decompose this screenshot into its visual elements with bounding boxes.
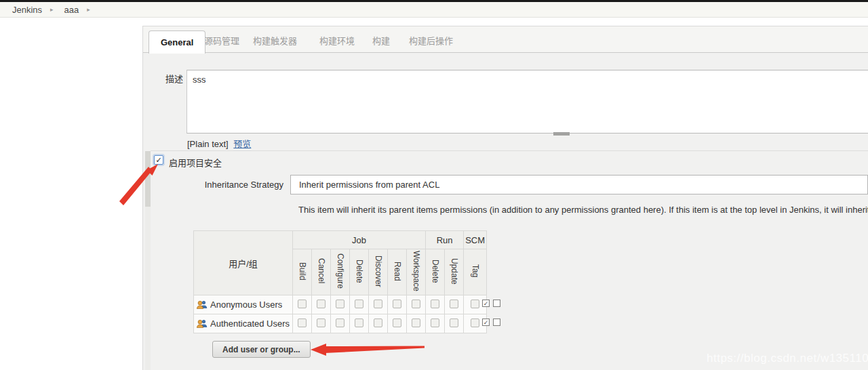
group-header-run: Run xyxy=(426,231,464,249)
user-group-icon xyxy=(197,300,208,309)
permission-cell xyxy=(331,314,350,333)
group-header-scm: SCM xyxy=(464,231,487,249)
tab-build[interactable]: 构建 xyxy=(372,34,390,47)
textarea-resize-handle[interactable] xyxy=(553,132,570,136)
perm-header-run-delete: Delete xyxy=(426,249,445,295)
matrix-group-header-row: 用户/组 Job Run SCM xyxy=(194,231,487,249)
inner-scrollbar[interactable] xyxy=(145,151,151,370)
permission-checkbox-job-discover[interactable] xyxy=(374,300,382,308)
permission-checkbox-job-read[interactable] xyxy=(393,318,401,327)
permission-checkbox-job-build[interactable] xyxy=(298,318,307,327)
inheritance-strategy-label: Inheritance Strategy xyxy=(197,180,283,190)
tab-general[interactable]: General xyxy=(149,30,205,54)
permission-checkbox-run-delete[interactable] xyxy=(431,300,439,308)
config-tabbar: General 源码管理 构建触发器 构建环境 构建 构建后操作 xyxy=(143,26,868,53)
permission-cell xyxy=(445,314,464,333)
permission-cell xyxy=(388,295,407,314)
user-cell: Anonymous Users xyxy=(194,295,293,314)
permission-checkbox-scm-tag[interactable] xyxy=(471,300,479,308)
preview-link[interactable]: 预览 xyxy=(233,139,251,149)
enable-project-security-checkbox[interactable]: ✓ xyxy=(154,155,163,165)
user-cell: Authenticated Users xyxy=(194,314,293,333)
permission-cell xyxy=(426,295,445,314)
perm-header-job-configure: Configure xyxy=(331,249,350,295)
deselect-all-icon[interactable] xyxy=(493,300,500,307)
permission-cell xyxy=(445,295,464,314)
inheritance-strategy-help-text: This item will inherit its parent items … xyxy=(298,205,868,215)
permission-checkbox-job-configure[interactable] xyxy=(336,300,344,308)
group-header-job: Job xyxy=(293,231,426,249)
permission-checkbox-run-delete[interactable] xyxy=(431,318,439,327)
user-group-icon xyxy=(197,319,208,328)
permission-cell xyxy=(293,314,312,333)
permission-cell xyxy=(426,314,445,333)
perm-header-run-update: Update xyxy=(445,249,464,295)
permission-matrix-table: 用户/组 Job Run SCM BuildCancelConfigureDel… xyxy=(193,230,487,333)
description-textarea[interactable]: sss xyxy=(186,70,868,133)
permission-checkbox-job-build[interactable] xyxy=(298,300,307,308)
perm-header-job-workspace: Workspace xyxy=(407,249,426,295)
permission-cell xyxy=(293,295,312,314)
inheritance-strategy-select[interactable]: Inherit permissions from parent ACL xyxy=(290,175,868,194)
permission-checkbox-run-update[interactable] xyxy=(450,300,458,308)
tab-build-triggers[interactable]: 构建触发器 xyxy=(253,34,297,47)
tab-build-environment[interactable]: 构建环境 xyxy=(319,34,355,47)
breadcrumb-item-job[interactable]: aaa xyxy=(64,5,79,15)
permission-checkbox-job-cancel[interactable] xyxy=(317,318,326,327)
add-user-or-group-button[interactable]: Add user or group... xyxy=(212,341,311,358)
user-group-column-header: 用户/组 xyxy=(194,231,293,295)
permission-checkbox-job-configure[interactable] xyxy=(336,318,344,327)
chevron-right-icon: ▸ xyxy=(87,6,90,13)
permission-cell xyxy=(312,314,331,333)
tab-post-build-actions[interactable]: 构建后操作 xyxy=(409,34,453,47)
permission-checkbox-job-read[interactable] xyxy=(393,300,401,308)
select-all-icon[interactable]: ✓ xyxy=(482,318,490,326)
permission-cell xyxy=(312,295,331,314)
permission-cell xyxy=(331,295,350,314)
breadcrumb-item-jenkins[interactable]: Jenkins xyxy=(12,5,42,15)
row-tools-authenticated: ✓ xyxy=(482,318,500,326)
permission-cell xyxy=(350,295,369,314)
permission-cell xyxy=(407,314,426,333)
perm-header-job-cancel: Cancel xyxy=(312,249,331,295)
perm-header-job-discover: Discover xyxy=(369,249,388,295)
row-tools-anonymous: ✓ xyxy=(482,300,500,307)
permission-checkbox-job-delete[interactable] xyxy=(355,300,363,308)
enable-project-security-label: 启用项目安全 xyxy=(169,156,222,169)
chevron-right-icon: ▸ xyxy=(50,6,54,13)
description-format-row: [Plain text] 预览 xyxy=(187,137,251,150)
permission-cell xyxy=(407,295,426,314)
matrix-row-authenticated-users: Authenticated Users xyxy=(194,314,487,333)
perm-header-job-build: Build xyxy=(293,249,312,295)
description-label: 描述 xyxy=(165,72,183,85)
permission-checkbox-job-discover[interactable] xyxy=(374,318,382,327)
deselect-all-icon[interactable] xyxy=(493,318,500,326)
permission-cell xyxy=(388,314,407,333)
inheritance-strategy-value: Inherit permissions from parent ACL xyxy=(299,180,439,190)
user-group-name: Authenticated Users xyxy=(210,318,290,329)
permission-checkbox-job-cancel[interactable] xyxy=(317,300,326,308)
permission-cell xyxy=(350,314,369,333)
plain-text-label: [Plain text] xyxy=(187,139,229,149)
permission-cell xyxy=(369,314,388,333)
matrix-row-anonymous-users: Anonymous Users xyxy=(194,295,487,314)
jenkins-configure-page: Jenkins ▸ aaa ▸ General 源码管理 构建触发器 构建环境 … xyxy=(0,0,868,370)
user-group-name: Anonymous Users xyxy=(210,300,282,310)
perm-header-job-delete: Delete xyxy=(350,249,369,295)
watermark-text: https://blog.csdn.net/w13511069150 xyxy=(707,352,868,365)
section-divider xyxy=(151,150,868,151)
tab-source-code-management[interactable]: 源码管理 xyxy=(204,34,239,47)
scrollbar-thumb[interactable] xyxy=(145,151,151,207)
breadcrumb: Jenkins ▸ aaa ▸ xyxy=(0,2,868,18)
permission-checkbox-job-delete[interactable] xyxy=(355,318,363,327)
permission-checkbox-run-update[interactable] xyxy=(450,318,458,327)
permission-checkbox-job-workspace[interactable] xyxy=(412,318,420,327)
permission-cell xyxy=(369,295,388,314)
select-all-icon[interactable]: ✓ xyxy=(482,300,490,307)
perm-header-job-read: Read xyxy=(388,249,407,295)
perm-header-scm-tag: Tag xyxy=(464,249,487,295)
permission-checkbox-scm-tag[interactable] xyxy=(471,318,479,327)
permission-checkbox-job-workspace[interactable] xyxy=(412,300,420,308)
